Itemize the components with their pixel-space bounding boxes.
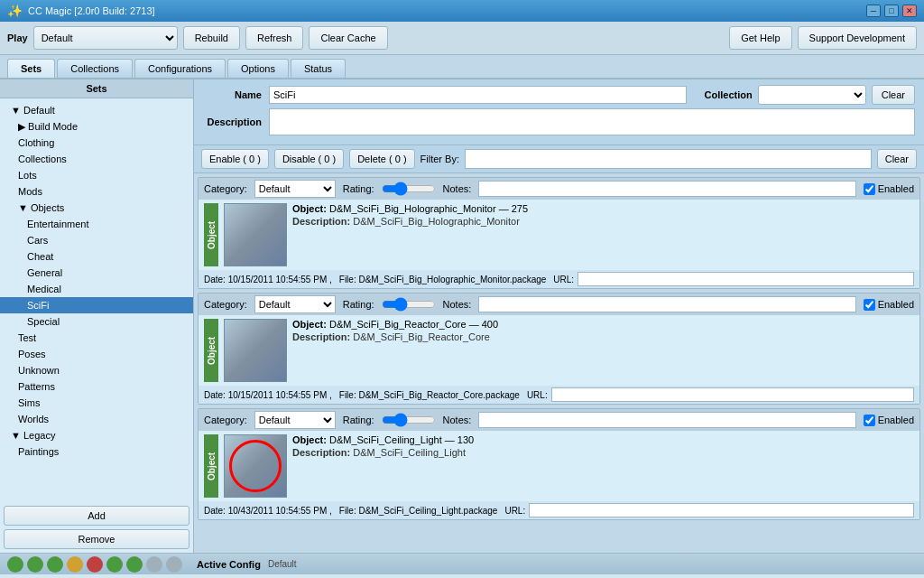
object-body-0: Object Object: D&M_SciFi_Big_Holographic… (199, 200, 919, 270)
object-footer-0: Date: 10/15/2011 10:54:55 PM , File: D&M… (199, 270, 919, 288)
tree-item-11[interactable]: Medical (0, 281, 193, 297)
tree-item-2[interactable]: Clothing (0, 135, 193, 151)
tree-item-1[interactable]: ▶ Build Mode (0, 118, 193, 135)
tree-item-6[interactable]: ▼ Objects (0, 200, 193, 216)
rebuild-button[interactable]: Rebuild (183, 26, 240, 50)
get-help-button[interactable]: Get Help (729, 26, 791, 50)
tree-item-12[interactable]: SciFi (0, 297, 193, 313)
rating-label-1: Rating: (343, 299, 374, 310)
tree-item-9[interactable]: Cheat (0, 248, 193, 265)
clear-cache-button[interactable]: Clear Cache (309, 26, 387, 50)
tree-item-7[interactable]: Entertainment (0, 216, 193, 232)
object-desc-2: Description: D&M_SciFi_Ceiling_Light (292, 447, 914, 458)
window-controls: ─ □ ✕ (866, 5, 917, 17)
maximize-button[interactable]: □ (884, 5, 899, 17)
notes-input-0[interactable] (478, 181, 855, 197)
object-card-2: Category: Default Rating: Notes: Enabled… (198, 408, 920, 520)
date-1: Date: 10/15/2011 10:54:55 PM , (204, 390, 332, 400)
name-input[interactable] (269, 86, 687, 104)
url-input-2[interactable] (529, 503, 914, 517)
refresh-button[interactable]: Refresh (245, 26, 304, 50)
tree-item-16[interactable]: Unknown (0, 362, 193, 378)
tree-item-18[interactable]: Sims (0, 395, 193, 411)
notes-label-2: Notes: (443, 415, 472, 425)
object-desc-0: Description: D&M_SciFi_Big_Holographic_M… (292, 216, 914, 227)
enabled-check-2[interactable] (864, 415, 875, 426)
add-button[interactable]: Add (4, 506, 189, 526)
filter-clear-button[interactable]: Clear (877, 149, 917, 169)
disable-button[interactable]: Disable ( 0 ) (274, 149, 344, 169)
tab-collections[interactable]: Collections (57, 59, 133, 78)
url-label-0: URL: (553, 275, 574, 284)
url-label-1: URL: (527, 390, 548, 400)
rating-label-2: Rating: (343, 415, 374, 425)
tree-item-15[interactable]: Poses (0, 346, 193, 362)
enable-button[interactable]: Enable ( 0 ) (201, 149, 269, 169)
notes-input-2[interactable] (478, 412, 855, 428)
tab-status[interactable]: Status (291, 59, 346, 78)
tree-item-13[interactable]: Special (0, 313, 193, 330)
date-0: Date: 10/15/2011 10:54:55 PM , (204, 275, 332, 284)
minimize-button[interactable]: ─ (866, 5, 881, 17)
tab-sets[interactable]: Sets (7, 59, 55, 78)
enabled-check-0[interactable] (864, 183, 875, 195)
category-select-2[interactable]: Default (254, 411, 336, 429)
tree-area[interactable]: ▼ Default▶ Build ModeClothingCollections… (0, 98, 193, 502)
tree-item-10[interactable]: General (0, 265, 193, 281)
sidebar-header: Sets (0, 79, 193, 98)
collection-clear-button[interactable]: Clear (872, 85, 915, 105)
status-icon-1 (7, 556, 23, 573)
file-1: File: D&M_SciFi_Big_Reactor_Core.package (339, 390, 520, 400)
tree-item-3[interactable]: Collections (0, 151, 193, 167)
rating-slider-1[interactable] (382, 297, 436, 312)
object-card-0: Category: Default Rating: Notes: Enabled… (198, 177, 920, 289)
enabled-label-1: Enabled (878, 299, 914, 310)
desc-input[interactable] (269, 108, 915, 135)
close-button[interactable]: ✕ (902, 5, 917, 17)
tree-item-17[interactable]: Patterns (0, 378, 193, 395)
object-thumb-1 (224, 319, 287, 382)
rating-slider-0[interactable] (382, 182, 436, 196)
status-bar: Active Config Default (0, 553, 924, 574)
tree-item-8[interactable]: Cars (0, 232, 193, 248)
category-label-0: Category: (204, 183, 247, 194)
status-icon-3 (47, 556, 63, 573)
enabled-label-0: Enabled (878, 183, 914, 194)
objects-list[interactable]: Category: Default Rating: Notes: Enabled… (194, 173, 924, 553)
filter-input[interactable] (465, 149, 872, 169)
tree-item-14[interactable]: Test (0, 330, 193, 346)
play-select[interactable]: Default (33, 26, 178, 50)
tab-configurations[interactable]: Configurations (134, 59, 226, 78)
collection-area: Collection Clear (694, 85, 915, 105)
tree-item-21[interactable]: Paintings (0, 443, 193, 460)
sidebar: Sets ▼ Default▶ Build ModeClothingCollec… (0, 79, 194, 553)
rating-slider-2[interactable] (382, 413, 436, 427)
filter-bar: Enable ( 0 ) Disable ( 0 ) Delete ( 0 ) … (194, 145, 924, 173)
tree-item-19[interactable]: Worlds (0, 411, 193, 427)
delete-button[interactable]: Delete ( 0 ) (349, 149, 414, 169)
collection-select[interactable] (758, 85, 866, 105)
notes-label-0: Notes: (443, 183, 472, 194)
object-thumb-0 (224, 203, 287, 266)
object-footer-1: Date: 10/15/2011 10:54:55 PM , File: D&M… (199, 386, 919, 404)
tree-item-4[interactable]: Lots (0, 167, 193, 183)
tree-item-0[interactable]: ▼ Default (0, 102, 193, 118)
tree-item-5[interactable]: Mods (0, 183, 193, 200)
tree-item-20[interactable]: ▼ Legacy (0, 427, 193, 443)
support-button[interactable]: Support Development (798, 26, 917, 50)
date-2: Date: 10/43/2011 10:54:55 PM , (204, 506, 332, 516)
url-input-1[interactable] (551, 387, 914, 402)
rating-label-0: Rating: (343, 183, 374, 194)
object-footer-2: Date: 10/43/2011 10:54:55 PM , File: D&M… (199, 501, 919, 519)
tab-options[interactable]: Options (227, 59, 289, 78)
url-input-0[interactable] (578, 272, 914, 286)
object-details-1: Object: D&M_SciFi_Big_Reactor_Core — 400… (292, 319, 914, 382)
enabled-check-1[interactable] (864, 299, 875, 311)
category-select-0[interactable]: Default (254, 180, 336, 198)
remove-button[interactable]: Remove (4, 529, 189, 549)
notes-input-1[interactable] (478, 296, 855, 312)
category-select-1[interactable]: Default (254, 295, 336, 313)
active-config-value: Default (268, 559, 297, 569)
side-label-0: Object (204, 203, 218, 266)
status-icon-6 (106, 556, 123, 573)
